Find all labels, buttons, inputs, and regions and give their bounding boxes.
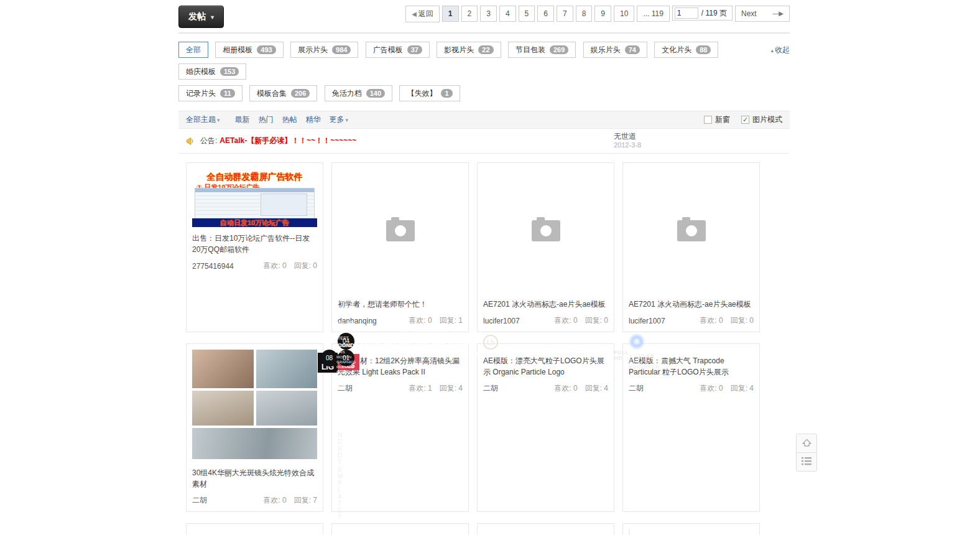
replies-count: 0 <box>749 316 754 325</box>
last-page-button[interactable]: ... 119 <box>637 6 669 22</box>
count-badge: 984 <box>332 45 351 54</box>
photo-tile <box>192 350 254 388</box>
page-9-button[interactable]: 9 <box>594 6 611 22</box>
page-4-button[interactable]: 4 <box>499 6 516 22</box>
camera-placeholder-icon <box>386 220 415 241</box>
page-2-button[interactable]: 2 <box>461 6 478 22</box>
main-content: 发帖 ▾ ◀返回 1 2 3 4 5 6 7 8 9 10 ... 119 / … <box>178 0 790 535</box>
count-badge: 74 <box>625 45 640 54</box>
new-window-option[interactable]: 新窗 <box>704 114 730 125</box>
replies-label: 回复: <box>440 384 456 393</box>
page-6-button[interactable]: 6 <box>537 6 554 22</box>
thread-thumbnail[interactable] <box>629 529 630 535</box>
category-tab-invalid[interactable]: 【失效】1 <box>399 85 460 101</box>
category-tab-entertainment[interactable]: 娱乐片头74 <box>583 42 647 58</box>
replies-label: 回复: <box>440 316 456 325</box>
category-tab-broadcast[interactable]: 节目包装269 <box>508 42 576 58</box>
thread-grid: 全自动群发霸屏广告软件 ① 日发10万论坛广告 ② 日发20万QQ邮箱软件 ③ … <box>178 154 790 535</box>
sort-hot-posts-link[interactable]: 热帖 <box>282 114 297 125</box>
announcement-link[interactable]: AETalk-【新手必读】！！~~！！~~~~~~ <box>220 136 356 146</box>
thread-title-link[interactable]: 30组4K华丽大光斑镜头炫光特效合成素材 <box>192 468 314 488</box>
next-page-button[interactable]: Next—▶ <box>735 6 790 22</box>
likes-count: 1 <box>428 384 432 393</box>
count-badge: 1 <box>441 89 452 98</box>
new-window-checkbox[interactable] <box>704 116 712 124</box>
announcement-author[interactable]: 无世道 <box>614 132 636 141</box>
image-mode-option[interactable]: ✓ 图片模式 <box>741 114 782 125</box>
category-tab-documentary[interactable]: 记录片头11 <box>178 85 243 101</box>
category-tab-wedding[interactable]: 婚庆模板153 <box>178 63 246 80</box>
sort-more-dropdown[interactable]: 更多▾ <box>330 114 349 125</box>
page-1-button[interactable]: 1 <box>442 6 459 22</box>
page-7-button[interactable]: 7 <box>557 6 573 22</box>
page-3-button[interactable]: 3 <box>480 6 497 22</box>
page-10-button[interactable]: 10 <box>614 6 634 22</box>
thread-title-link[interactable]: AE7201 冰火动画标志-ae片头ae模板 <box>483 300 606 309</box>
top-bar: 发帖 ▾ ◀返回 1 2 3 4 5 6 7 8 9 10 ... 119 / … <box>178 0 790 34</box>
thread-stats: 喜欢: 0 回复: 4 <box>700 383 754 394</box>
ad-screenshot <box>195 188 315 219</box>
thread-title-link[interactable]: 出售：日发10万论坛广告软件--日发20万QQ邮箱软件 <box>192 234 310 254</box>
thread-card: GH-RES 12 LIG 01 08 04 THIS MOTION GRAPH… <box>331 343 469 512</box>
replies-label: 回复: <box>585 384 602 393</box>
home-top-icon <box>802 438 812 449</box>
count-badge: 11 <box>220 89 235 98</box>
sort-popular-link[interactable]: 热门 <box>259 114 274 125</box>
thread-title-link[interactable]: AE模版：漂亮大气粒子LOGO片头展示 Organic Particle Log… <box>483 356 604 376</box>
new-post-button[interactable]: 发帖 ▾ <box>178 6 224 28</box>
category-tab-film[interactable]: 影视片头22 <box>437 42 501 58</box>
thread-card: 全自动群发霸屏广告软件 ① 日发10万论坛广告 ② 日发20万QQ邮箱软件 ③ … <box>186 162 323 332</box>
topic-filter-dropdown[interactable]: 全部主题▾ <box>186 114 220 125</box>
arrow-right-icon: —▶ <box>772 9 784 18</box>
page-jump-input[interactable] <box>675 7 698 19</box>
back-button[interactable]: ◀返回 <box>405 6 440 22</box>
replies-count: 1 <box>458 316 463 325</box>
category-tab-ads[interactable]: 广告模板37 <box>366 42 430 58</box>
likes-count: 0 <box>428 316 432 325</box>
check-icon: ✓ <box>742 116 748 124</box>
sort-newest-link[interactable]: 最新 <box>235 114 250 125</box>
thread-card: Lb envato AETALK AE模版：漂亮大气粒子LOGO片头展示 Org… <box>477 343 614 512</box>
arrow-left-icon: ◀ <box>412 11 417 17</box>
collapse-link[interactable]: ▴收起 <box>770 45 790 55</box>
likes-count: 0 <box>573 384 578 393</box>
thread-author-link[interactable]: 2775416944 <box>192 262 234 271</box>
page-8-button[interactable]: 8 <box>576 6 593 22</box>
category-tab-free[interactable]: 免活力档140 <box>325 85 392 101</box>
thread-author-link[interactable]: 二胡 <box>192 495 207 506</box>
page-5-button[interactable]: 5 <box>519 6 535 22</box>
thread-title-link[interactable]: AE7201 冰火动画标志-ae片头ae模板 <box>629 300 751 309</box>
count-badge: 22 <box>478 45 493 54</box>
thread-author-link[interactable]: lucifer1007 <box>629 317 665 325</box>
thread-thumbnail[interactable] <box>338 169 463 293</box>
category-row-2: 记录片头11 模板合集206 免活力档140 【失效】1 <box>178 85 765 107</box>
announcement-row: 公告: AETalk-【新手必读】！！~~！！~~~~~~ 无世道 2012-3… <box>178 129 790 154</box>
thread-card <box>477 523 614 535</box>
sort-digest-link[interactable]: 精华 <box>306 114 321 125</box>
thread-stats: 喜欢: 0 回复: 4 <box>554 383 608 394</box>
list-mode-button[interactable] <box>796 452 817 472</box>
thread-card: 30组4K华丽大光斑镜头炫光特效合成素材 二胡 喜欢: 0 回复: 7 <box>186 343 323 512</box>
thread-author-link[interactable]: lucifer1007 <box>483 317 520 325</box>
category-tab-all[interactable]: 全部 <box>178 42 208 58</box>
announcement-byline: 无世道 2012-3-8 <box>614 132 641 149</box>
caret-down-icon: ▾ <box>217 117 220 123</box>
back-to-top-button[interactable] <box>796 434 817 453</box>
category-tab-display[interactable]: 展示片头984 <box>290 42 358 58</box>
category-tab-culture[interactable]: 文化片头88 <box>654 42 718 58</box>
category-tab-collection[interactable]: 模板合集206 <box>249 85 317 101</box>
likes-label: 喜欢: <box>554 316 571 325</box>
page-jump-box: / 119 页 <box>672 6 733 21</box>
thread-author-link[interactable]: 二胡 <box>483 383 498 394</box>
thread-thumbnail[interactable] <box>192 350 317 462</box>
replies-label: 回复: <box>731 384 747 393</box>
likes-label: 喜欢: <box>409 316 425 325</box>
thread-author-link[interactable]: 二胡 <box>629 383 644 394</box>
image-mode-checkbox[interactable]: ✓ <box>741 116 749 124</box>
photo-tile <box>256 391 318 426</box>
thread-thumbnail[interactable] <box>483 169 608 293</box>
thread-thumbnail[interactable]: 全自动群发霸屏广告软件 ① 日发10万论坛广告 ② 日发20万QQ邮箱软件 ③ … <box>192 169 317 227</box>
category-tab-album[interactable]: 相册模板493 <box>215 42 283 58</box>
thread-thumbnail[interactable] <box>629 169 754 293</box>
likes-label: 喜欢: <box>700 384 716 393</box>
